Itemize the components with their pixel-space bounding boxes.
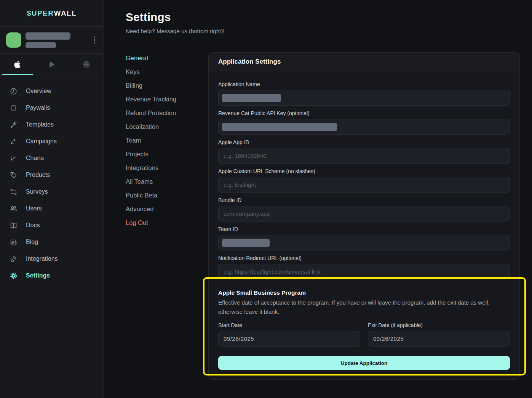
sbp-title: Apple Small Business Program (218, 289, 510, 297)
gear-icon (10, 272, 18, 280)
settings-menu-team[interactable]: Team (126, 133, 176, 147)
workspace-switcher[interactable] (0, 27, 104, 54)
sidebar-item-label: Settings (26, 272, 50, 279)
platform-tabs (0, 54, 104, 75)
active-tab-indicator (2, 74, 33, 75)
brand-logo[interactable]: $UPERWALL (0, 0, 104, 27)
google-play-icon (48, 61, 56, 68)
sidebar-item-paywalls[interactable]: Paywalls (0, 100, 104, 116)
brand-logo-rest: WALL (54, 9, 77, 18)
start-date-label: Start Date (218, 321, 360, 329)
brand-logo-accent: $UPER (27, 9, 54, 18)
field-label: Revenue Cat Public API Key (optional) (218, 109, 510, 117)
settings-menu-all-teams[interactable]: All Teams (126, 175, 176, 188)
sidebar-item-campaigns[interactable]: Campaigns (0, 133, 104, 150)
chart-icon (10, 154, 18, 162)
users-icon (10, 205, 18, 213)
page-subtitle: Need help? Message us (bottom right)! (126, 28, 224, 34)
sidebar-item-blog[interactable]: Blog (0, 234, 104, 250)
card-body: Application Name Revenue Cat Public API … (209, 71, 519, 379)
workspace-name-redacted (26, 32, 92, 48)
card-header: Application Settings (209, 53, 519, 71)
sidebar-item-overview[interactable]: Overview (0, 83, 104, 100)
tab-google-play[interactable] (35, 54, 69, 75)
sidebar-item-label: Paywalls (26, 104, 50, 111)
globe-icon (83, 61, 90, 68)
bundle-id-input[interactable] (218, 206, 510, 221)
clock-icon (10, 87, 18, 95)
workspace-avatar (6, 32, 21, 48)
settings-menu-keys[interactable]: Keys (126, 65, 176, 79)
field-application-name: Application Name (218, 80, 510, 106)
sidebar-item-charts[interactable]: Charts (0, 150, 104, 167)
field-apple-app-id: Apple App ID (218, 138, 510, 164)
application-name-input[interactable] (218, 90, 510, 106)
sidebar-item-surveys[interactable]: Surveys (0, 183, 104, 200)
newspaper-icon (10, 238, 18, 246)
settings-menu-integrations[interactable]: Integrations (126, 161, 176, 175)
apple-url-scheme-input[interactable] (218, 177, 510, 193)
exit-date-label: Exit Date (if applicable) (368, 321, 510, 329)
sbp-date-row: Start Date Exit Date (if applicable) (218, 321, 510, 347)
sidebar-item-label: Campaigns (26, 138, 57, 145)
sidebar-item-label: Blog (26, 239, 38, 246)
sidebar-item-products[interactable]: Products (0, 167, 104, 183)
checklist-icon (10, 188, 18, 196)
tab-apple[interactable] (0, 54, 35, 75)
field-revenuecat-api-key: Revenue Cat Public API Key (optional) (218, 109, 510, 135)
settings-menu: General Keys Billing Revenue Tracking Re… (126, 51, 176, 229)
update-application-button[interactable]: Update Application (218, 356, 510, 370)
settings-menu-billing[interactable]: Billing (126, 79, 176, 92)
sidebar-item-settings[interactable]: Settings (0, 267, 104, 284)
redacted-workspace-subtitle (26, 42, 56, 48)
redacted-workspace-title (26, 32, 70, 40)
sidebar-nav: Overview Paywalls Templates Campaigns Ch… (0, 75, 104, 284)
redacted-value (222, 94, 281, 102)
phone-icon (10, 104, 18, 112)
rocket-icon (10, 121, 18, 129)
field-label: Apple Custom URL Scheme (no slashes) (218, 167, 510, 175)
apple-app-id-input[interactable] (218, 148, 510, 164)
field-bundle-id: Bundle ID (218, 196, 510, 221)
start-date-input[interactable] (218, 331, 360, 347)
revenuecat-api-key-input[interactable] (218, 119, 510, 135)
settings-menu-localization[interactable]: Localization (126, 120, 176, 133)
sidebar-item-docs[interactable]: Docs (0, 217, 104, 234)
redacted-value (222, 123, 337, 131)
sidebar-item-label: Surveys (26, 188, 48, 195)
field-apple-url-scheme: Apple Custom URL Scheme (no slashes) (218, 167, 510, 193)
field-label: Apple App ID (218, 138, 510, 146)
sidebar-item-label: Charts (26, 155, 44, 162)
exit-date-input[interactable] (368, 331, 510, 347)
settings-menu-refund-protection[interactable]: Refund Protection (126, 106, 176, 120)
field-label: Notification Redirect URL (optional) (218, 254, 510, 262)
sidebar-item-users[interactable]: Users (0, 200, 104, 217)
sidebar-item-label: Users (26, 205, 42, 212)
settings-menu-public-beta[interactable]: Public Beta (126, 188, 176, 202)
field-label: Application Name (218, 80, 510, 88)
settings-menu-log-out[interactable]: Log Out (126, 216, 176, 229)
field-label: Bundle ID (218, 196, 510, 204)
field-start-date: Start Date (218, 321, 360, 347)
field-notification-redirect-url: Notification Redirect URL (optional) (218, 254, 510, 279)
sidebar-item-integrations[interactable]: Integrations (0, 250, 104, 267)
redacted-value (222, 239, 270, 247)
card-title: Application Settings (218, 58, 281, 66)
notification-redirect-url-input[interactable] (218, 264, 510, 279)
kebab-menu-icon[interactable] (92, 34, 98, 46)
sidebar-item-templates[interactable]: Templates (0, 116, 104, 133)
page-title: Settings (126, 11, 171, 24)
application-settings-card: Application Settings Application Name Re… (208, 52, 520, 380)
settings-menu-general[interactable]: General (126, 51, 176, 65)
sidebar-item-label: Products (26, 172, 50, 178)
sbp-description: Effective date of acceptance to the prog… (218, 298, 510, 316)
settings-menu-projects[interactable]: Projects (126, 147, 176, 161)
sidebar-item-label: Templates (26, 121, 54, 128)
tab-web[interactable] (69, 54, 104, 75)
sidebar-item-label: Integrations (26, 255, 58, 262)
settings-menu-advanced[interactable]: Advanced (126, 202, 176, 216)
team-id-input[interactable] (218, 235, 510, 250)
apple-small-business-program-section: Apple Small Business Program Effective d… (218, 289, 510, 370)
sidebar-item-label: Docs (26, 222, 40, 229)
settings-menu-revenue-tracking[interactable]: Revenue Tracking (126, 92, 176, 106)
